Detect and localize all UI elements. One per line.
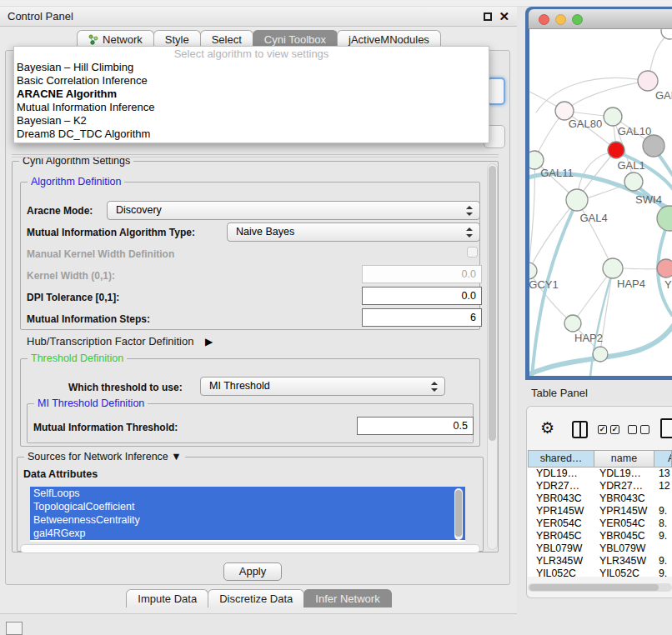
attribute-list-item[interactable]: TopologicalCoefficient [30,500,465,513]
unchecked-checkbox-icon[interactable] [628,425,637,434]
settings-vertical-scrollbar[interactable] [487,163,498,550]
table-cell: 9. [654,505,672,518]
table-panel-title: Table Panel [531,387,588,399]
table-row[interactable]: YBL079WYBL079W [528,542,672,555]
column-header[interactable]: name [594,450,654,468]
tab-infer-network[interactable]: Infer Network [303,589,391,608]
table-row[interactable]: YBR045CYBR045C9. [528,530,672,542]
table-cell: 8. [654,518,672,530]
table-row[interactable]: YDR27…YDR27…12 [528,480,672,492]
network-node-y[interactable] [657,259,672,278]
table-horizontal-scrollbar[interactable] [528,583,672,592]
table-panel-toolbar: ⚙ ✓ ✓ [526,413,672,447]
docked-panel-icon[interactable] [6,622,23,635]
mi-threshold-field[interactable] [357,417,474,435]
scrollbar-thumb[interactable] [489,166,496,441]
dropdown-option[interactable]: Bayesian – Hill Climbing [14,61,489,74]
tab-impute-data[interactable]: Impute Data [126,589,208,608]
table-row[interactable]: YPR145WYPR145W9. [528,505,672,518]
table-header: shared…nameA [528,450,672,468]
aracne-mode-value: Discovery [116,204,162,216]
network-node[interactable] [593,347,608,362]
attribute-list-item[interactable]: SelfLoops [30,487,465,500]
table-cell: YDR27… [594,480,654,492]
data-attributes-label: Data Attributes [23,468,98,480]
desktop-top-strip [0,0,672,7]
column-header[interactable]: A [654,450,672,468]
network-node-label: HAP2 [574,332,603,344]
dropdown-option[interactable]: Basic Correlation Inference [14,74,489,88]
hidden-panel-edge [12,154,499,158]
table-cell: YER054C [594,518,654,530]
network-node-label: Y [664,278,672,291]
checked-checkbox-icon[interactable]: ✓ [610,425,619,434]
split-columns-icon[interactable] [572,421,588,438]
table-cell [654,542,672,555]
attributes-list-scrollbar[interactable] [454,488,463,540]
zoom-traffic-light-icon[interactable] [572,14,583,25]
table-row[interactable]: YIL052CYIL052C9. [528,568,672,577]
network-node[interactable] [657,206,672,231]
dpi-tolerance-field[interactable] [362,287,482,305]
network-node-label: GAL [655,89,672,102]
which-threshold-select[interactable]: MI Threshold [200,377,445,396]
mi-steps-field[interactable] [362,308,482,327]
unchecked-checkbox-icon[interactable] [640,425,649,434]
network-node-gal4[interactable] [566,189,588,211]
dropdown-option[interactable]: Bayesian – K2 [14,114,489,128]
table-cell: YBL079W [594,542,654,555]
scrollbar-thumb[interactable] [529,584,659,591]
data-attributes-list[interactable]: SelfLoopsTopologicalCoefficientBetweenne… [30,487,465,542]
kernel-width-field[interactable] [362,265,482,283]
close-icon[interactable]: ✕ [499,8,509,25]
table-row[interactable]: YBR043CYBR043C [528,492,672,505]
table-row[interactable]: YER054CYER054C8. [528,518,672,530]
algorithm-definition-title: Algorithm Definition [28,176,124,188]
sources-title-text: Sources for Network Inference [28,451,168,462]
checked-checkbox-icon[interactable]: ✓ [598,425,607,434]
table-row[interactable]: YDL19…YDL19…13 [528,468,672,480]
attribute-list-item[interactable]: gal4RGexp [30,527,465,540]
dropdown-option[interactable]: Mutual Information Inference [14,101,489,114]
minimize-traffic-light-icon[interactable] [555,14,566,25]
network-node-gal[interactable] [638,71,658,91]
stepper-arrows-icon [466,205,473,217]
network-node-hap4[interactable] [603,258,623,278]
manual-kernel-checkbox[interactable] [467,247,478,258]
network-node-gal10[interactable] [604,108,622,126]
network-node-label: GAL80 [569,118,602,130]
expanded-arrow-icon[interactable]: ▼ [171,451,181,462]
network-node[interactable] [661,29,672,39]
network-node-gcy1[interactable] [529,262,537,279]
network-edge [564,81,648,111]
apply-button[interactable]: Apply [223,562,282,581]
network-node[interactable] [643,135,664,157]
tab-discretize-data[interactable]: Discretize Data [208,589,304,608]
network-canvas[interactable]: GALGAL80GAL10GAL1GAL11SWI4GAL4GCY1HAP4YH… [529,29,672,376]
table-cell: 12 [654,480,672,492]
mi-algorithm-type-select[interactable]: Naive Bayes [227,222,480,242]
hub-definition-expander[interactable]: Hub/Transcription Factor Definition ▶ [27,335,213,348]
document-icon[interactable] [660,418,672,438]
table-cell: YBL079W [528,542,594,555]
mi-type-value: Naive Bayes [236,226,294,238]
attribute-list-item[interactable]: BetweennessCentrality [30,513,465,527]
settings-horizontal-scrollbar[interactable] [20,544,480,553]
network-node-gal1[interactable] [608,142,624,158]
kernel-width-label: Kernel Width (0,1): [27,270,115,282]
table-cell: 9. [654,568,672,577]
scrollbar-thumb[interactable] [455,490,462,537]
dropdown-option[interactable]: ARACNE Algorithm [14,88,489,101]
column-header[interactable]: shared… [528,450,594,468]
network-node-swi4[interactable] [624,172,643,191]
network-node-hap2[interactable] [564,315,581,332]
control-panel-titlebar: Control Panel ✕ [0,7,517,27]
gear-icon[interactable]: ⚙ [540,418,554,438]
collapsed-arrow-icon: ▶ [205,336,213,348]
aracne-mode-select[interactable]: Discovery [107,201,480,220]
close-traffic-light-icon[interactable] [539,14,549,25]
restore-icon[interactable] [484,12,492,21]
table-row[interactable]: YLR345WYLR345W9. [528,555,672,568]
dropdown-option[interactable]: Dream8 DC_TDC Algorithm [14,128,489,141]
control-panel-title: Control Panel [8,7,73,27]
